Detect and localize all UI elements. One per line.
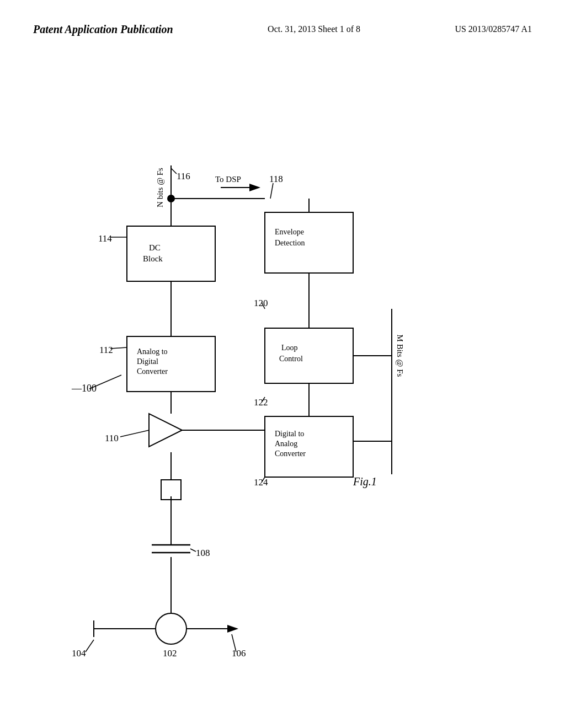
label-116: 116 [177,171,190,181]
label-114: 114 [98,233,112,244]
loop-label-line2: Control [279,355,303,363]
label-108: 108 [196,548,210,558]
dac-label-line1: Digital to [275,430,304,438]
dc-block-box [127,226,215,281]
m-bits-label: M Bits @ Fs [396,335,404,377]
envelope-label-line1: Envelope [275,228,304,236]
label-106: 106 [232,648,246,659]
dac-label-line2: Analog [275,440,297,448]
label-108-line [190,549,196,552]
label-104: 104 [72,648,86,659]
label-104-line [86,640,94,652]
svg-line-2 [89,375,121,389]
adc-label-line3: Converter [137,367,168,376]
dac-label-line3: Converter [275,449,306,458]
adc-label-line2: Digital [137,357,158,366]
label-116-line [171,168,177,174]
sheet-info: Oct. 31, 2013 Sheet 1 of 8 [268,22,360,34]
envelope-label-line2: Detection [275,239,305,247]
label-122: 122 [254,397,268,408]
loop-control-box [265,328,353,383]
amplifier-triangle [149,414,182,447]
label-100: —100 [71,383,97,394]
adc-label-line1: Analog to [137,347,168,356]
loop-label-line1: Loop [281,344,298,352]
label-110-line [120,430,149,437]
publication-title: Patent Application Publication [33,22,173,36]
label-102: 102 [163,648,177,659]
dc-block-label-line1: DC [149,243,161,252]
n-bits-label: N bits @ Fs [156,168,164,207]
label-120: 120 [254,298,268,308]
label-124: 124 [254,477,268,488]
to-dsp-label: To DSP [215,175,241,184]
label-112: 112 [99,345,113,355]
label-110: 110 [105,433,119,443]
page-header: Patent Application Publication Oct. 31, … [0,0,565,47]
dc-block-label-line2: Block [143,254,163,263]
patent-page: Patent Application Publication Oct. 31, … [0,0,565,728]
fig-label: Fig.1 [353,475,377,488]
circuit-diagram: —100 102 104 106 [0,77,565,717]
patent-number: US 2013/0285747 A1 [455,22,532,34]
mixer-circle [156,613,186,644]
label-118-line [270,183,273,199]
label-118: 118 [269,174,283,184]
